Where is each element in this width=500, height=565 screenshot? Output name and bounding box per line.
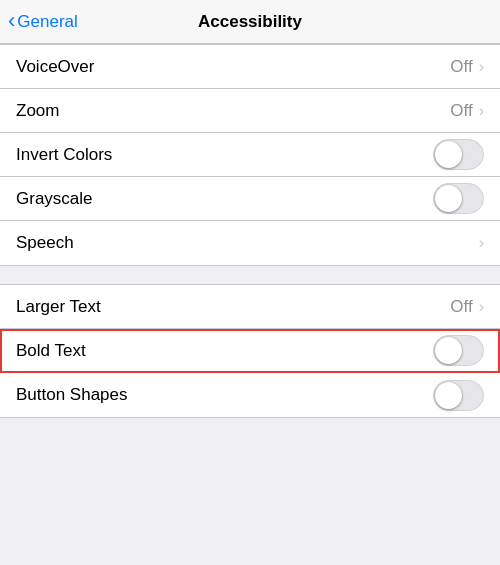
invert-colors-label: Invert Colors [16,145,112,165]
voiceover-chevron-icon: › [479,58,484,76]
bold-text-row[interactable]: Bold Text [0,329,500,373]
larger-text-value: Off [450,297,472,317]
bold-text-label: Bold Text [16,341,86,361]
larger-text-row[interactable]: Larger Text Off › [0,285,500,329]
speech-row[interactable]: Speech › [0,221,500,265]
invert-colors-toggle-thumb [435,141,462,168]
bold-text-toggle-thumb [435,337,462,364]
speech-right: › [479,234,484,252]
larger-text-chevron-icon: › [479,298,484,316]
back-chevron-icon: ‹ [8,8,15,34]
larger-text-label: Larger Text [16,297,101,317]
zoom-chevron-icon: › [479,102,484,120]
grayscale-toggle-thumb [435,185,462,212]
speech-label: Speech [16,233,74,253]
voiceover-label: VoiceOver [16,57,94,77]
back-button[interactable]: ‹ General [8,9,78,34]
zoom-row[interactable]: Zoom Off › [0,89,500,133]
zoom-right: Off › [450,101,484,121]
button-shapes-toggle[interactable] [433,380,484,411]
bold-text-toggle[interactable] [433,335,484,366]
larger-text-right: Off › [450,297,484,317]
page-title: Accessibility [198,12,302,32]
back-label: General [17,12,77,32]
section-2: Larger Text Off › Bold Text Button Shape… [0,284,500,418]
voiceover-row[interactable]: VoiceOver Off › [0,45,500,89]
invert-colors-toggle[interactable] [433,139,484,170]
grayscale-row[interactable]: Grayscale [0,177,500,221]
button-shapes-label: Button Shapes [16,385,128,405]
section-1: VoiceOver Off › Zoom Off › Invert Colors… [0,44,500,266]
zoom-value: Off [450,101,472,121]
grayscale-label: Grayscale [16,189,93,209]
invert-colors-row[interactable]: Invert Colors [0,133,500,177]
navigation-bar: ‹ General Accessibility [0,0,500,44]
zoom-label: Zoom [16,101,59,121]
button-shapes-toggle-thumb [435,382,462,409]
voiceover-value: Off [450,57,472,77]
section-spacer [0,266,500,284]
voiceover-right: Off › [450,57,484,77]
grayscale-toggle[interactable] [433,183,484,214]
button-shapes-row[interactable]: Button Shapes [0,373,500,417]
speech-chevron-icon: › [479,234,484,252]
